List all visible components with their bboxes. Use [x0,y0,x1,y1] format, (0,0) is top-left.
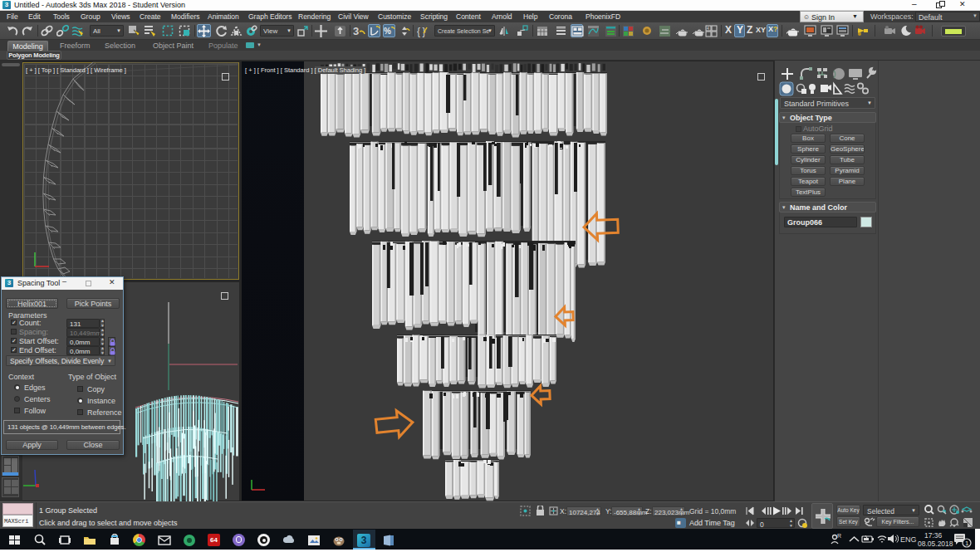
svg-text:R: R [837,533,841,539]
svg-text:1: 1 [965,540,969,547]
